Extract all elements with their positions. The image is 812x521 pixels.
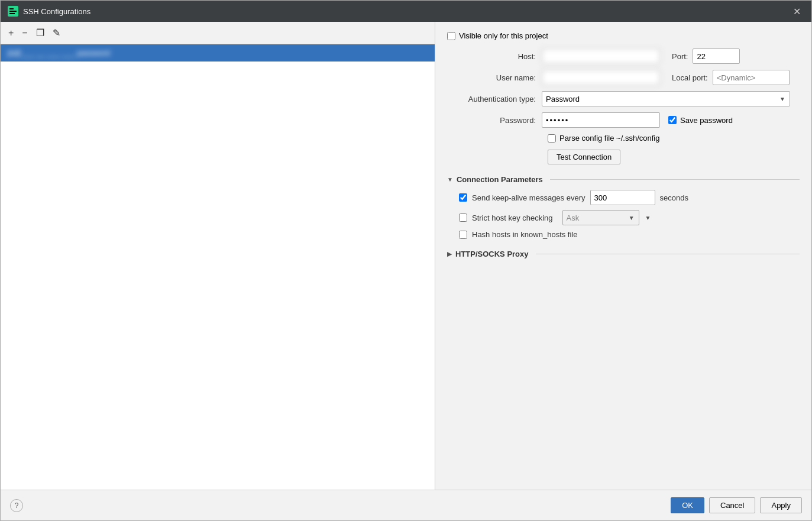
http-proxy-header: ▶ HTTP/SOCKS Proxy <box>447 250 800 258</box>
visible-only-label: Visible only for this project <box>459 31 548 40</box>
dialog-title: SSH Configurations <box>23 7 90 16</box>
title-bar-left: SSH Configurations <box>8 6 90 17</box>
keepalive-input[interactable] <box>590 190 655 205</box>
remove-button[interactable]: − <box>19 26 30 40</box>
connection-params-section: ▼ Connection Parameters Send keep-alive … <box>447 175 800 239</box>
parse-config-row: Parse config file ~/.ssh/config <box>548 134 800 143</box>
section-divider <box>550 179 800 180</box>
ok-button[interactable]: OK <box>671 497 704 513</box>
password-input[interactable] <box>542 112 660 128</box>
keepalive-unit: seconds <box>660 193 688 202</box>
save-password-area: Save password <box>668 116 733 125</box>
keepalive-label: Send keep-alive messages every <box>472 193 585 202</box>
configurations-list: jb@___ __ ___ ___ password <box>1 44 435 490</box>
strict-host-select[interactable]: Ask Yes No <box>562 210 639 225</box>
parse-config-label: Parse config file ~/.ssh/config <box>559 134 659 143</box>
host-input[interactable] <box>542 48 660 64</box>
http-proxy-section: ▶ HTTP/SOCKS Proxy <box>447 250 800 258</box>
right-panel: Visible only for this project Host: Port… <box>435 22 811 490</box>
strict-host-row: Strict host key checking Ask Yes No ▼ <box>459 210 800 225</box>
strict-host-checkbox[interactable] <box>459 213 467 222</box>
connection-params-label: Connection Parameters <box>457 175 543 184</box>
app-icon <box>8 6 18 17</box>
http-proxy-label: HTTP/SOCKS Proxy <box>455 250 529 258</box>
toolbar: + − ❐ ✎ <box>1 22 435 44</box>
visible-only-checkbox[interactable] <box>447 32 455 40</box>
ssh-configurations-dialog: SSH Configurations ✕ + − ❐ ✎ jb@___ __ _… <box>0 0 812 521</box>
auth-type-label: Authentication type: <box>447 95 542 103</box>
auth-type-select[interactable]: Password Key pair (OpenSSH or PuTTY) Ope… <box>542 91 790 106</box>
strict-host-label: Strict host key checking <box>472 213 553 222</box>
port-input[interactable] <box>693 48 740 64</box>
visible-only-row: Visible only for this project <box>447 31 800 40</box>
http-proxy-divider <box>536 254 800 254</box>
password-row: Password: Save password <box>447 112 800 128</box>
hash-hosts-row: Hash hosts in known_hosts file <box>459 230 800 239</box>
svg-rect-3 <box>9 13 15 14</box>
hash-hosts-checkbox[interactable] <box>459 231 467 239</box>
apply-button[interactable]: Apply <box>760 497 802 513</box>
add-button[interactable]: + <box>5 26 17 40</box>
svg-rect-1 <box>9 8 14 9</box>
list-item-label: jb@___ __ ___ ___ password <box>8 48 110 57</box>
host-row: Host: Port: <box>447 48 800 64</box>
dialog-body: + − ❐ ✎ jb@___ __ ___ ___ password Visib… <box>1 22 811 490</box>
save-password-label: Save password <box>680 116 733 125</box>
username-label: User name: <box>447 73 542 82</box>
save-password-checkbox[interactable] <box>668 116 677 124</box>
keepalive-checkbox[interactable] <box>459 193 467 202</box>
copy-button[interactable]: ❐ <box>33 25 47 40</box>
test-connection-button[interactable]: Test Connection <box>548 150 620 164</box>
keepalive-row: Send keep-alive messages every seconds <box>459 190 800 205</box>
left-panel: + − ❐ ✎ jb@___ __ ___ ___ password <box>1 22 435 490</box>
list-item[interactable]: jb@___ __ ___ ___ password <box>1 44 435 62</box>
auth-type-row: Authentication type: Password Key pair (… <box>447 91 800 106</box>
localport-label: Local port: <box>672 73 708 82</box>
connection-params-header: ▼ Connection Parameters <box>447 175 800 184</box>
password-label: Password: <box>447 116 542 125</box>
ask-select-wrapper: Ask Yes No <box>562 210 639 225</box>
edit-button[interactable]: ✎ <box>50 25 63 40</box>
close-button[interactable]: ✕ <box>790 5 804 18</box>
username-input[interactable] <box>542 70 660 85</box>
host-label: Host: <box>447 52 542 61</box>
cancel-button[interactable]: Cancel <box>709 497 755 513</box>
username-row: User name: Local port: <box>447 70 800 85</box>
help-button[interactable]: ? <box>10 499 23 512</box>
dialog-footer: ? OK Cancel Apply <box>1 490 811 520</box>
http-proxy-collapse-icon[interactable]: ▶ <box>447 251 452 257</box>
port-label: Port: <box>672 52 688 61</box>
test-connection-row: Test Connection <box>548 150 800 164</box>
svg-rect-2 <box>9 11 17 12</box>
collapse-icon[interactable]: ▼ <box>447 176 453 183</box>
parse-config-checkbox[interactable] <box>548 134 556 143</box>
title-bar: SSH Configurations ✕ <box>1 1 811 22</box>
hash-hosts-label: Hash hosts in known_hosts file <box>472 230 577 239</box>
auth-type-select-wrapper: Password Key pair (OpenSSH or PuTTY) Ope… <box>542 91 790 106</box>
localport-input[interactable] <box>713 70 790 85</box>
